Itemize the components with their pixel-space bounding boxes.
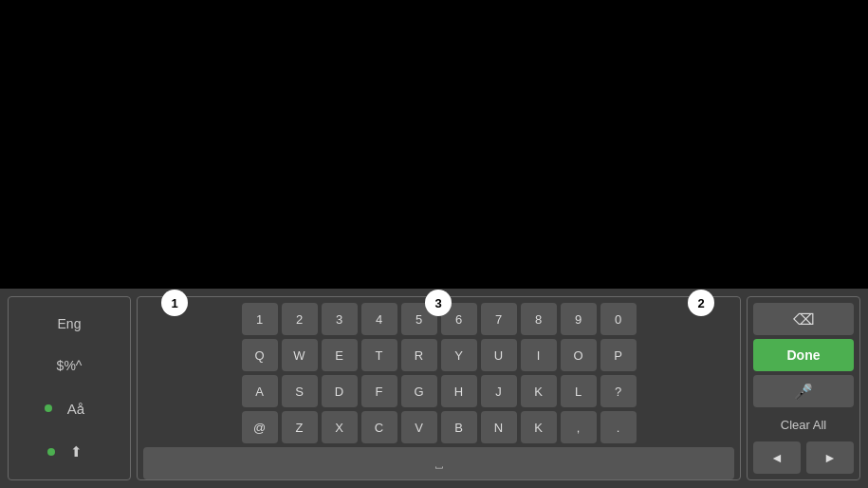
key-r[interactable]: R — [401, 339, 437, 371]
key-t[interactable]: T — [361, 339, 397, 371]
key-l[interactable]: L — [561, 375, 597, 407]
clear-all-button[interactable]: Clear All — [753, 411, 854, 438]
arrow-left-button[interactable]: ◄ — [753, 441, 801, 474]
key-period[interactable]: . — [600, 411, 637, 443]
done-button[interactable]: Done — [753, 339, 854, 371]
key-o[interactable]: O — [561, 339, 597, 371]
arrow-right-icon: ► — [823, 450, 837, 465]
key-v[interactable]: V — [401, 411, 437, 443]
key-b[interactable]: B — [441, 411, 477, 443]
key-0[interactable]: 0 — [600, 303, 637, 335]
key-n[interactable]: N — [481, 411, 517, 443]
key-a[interactable]: A — [242, 375, 278, 407]
key-4[interactable]: 4 — [361, 303, 397, 335]
arrow-right-button[interactable]: ► — [806, 441, 854, 474]
right-panel: ⌫ Done 🎤 Clear All ◄ ► — [747, 296, 860, 480]
key-row-2: Q W E T R Y U I O P — [143, 339, 734, 371]
key-k[interactable]: K — [521, 375, 557, 407]
middle-panel: 1 2 3 4 5 6 7 8 9 0 Q W E T R Y U I O P … — [137, 296, 741, 480]
key-s[interactable]: S — [282, 375, 318, 407]
left-panel: Eng $%^ Aå ⬆ — [8, 296, 131, 480]
key-1[interactable]: 1 — [242, 303, 278, 335]
key-8[interactable]: 8 — [521, 303, 557, 335]
keyboard-area: Eng $%^ Aå ⬆ 1 2 3 4 5 6 7 8 9 0 Q W E T — [0, 289, 868, 488]
key-9[interactable]: 9 — [561, 303, 597, 335]
key-question[interactable]: ? — [600, 375, 637, 407]
key-k2[interactable]: K — [521, 411, 557, 443]
key-y[interactable]: Y — [441, 339, 477, 371]
key-z[interactable]: Z — [282, 411, 318, 443]
key-j[interactable]: J — [481, 375, 517, 407]
shift-row: ⬆ — [47, 440, 92, 464]
key-row-3: A S D F G H J K L ? — [143, 375, 734, 407]
key-c[interactable]: C — [361, 411, 397, 443]
mic-button[interactable]: 🎤 — [753, 375, 854, 407]
badge-2: 2 — [688, 290, 714, 316]
symbols-button[interactable]: $%^ — [47, 354, 92, 377]
space-icon: ⎵ — [435, 457, 443, 471]
space-key[interactable]: ⎵ — [143, 447, 734, 479]
key-h[interactable]: H — [441, 375, 477, 407]
key-d[interactable]: D — [322, 375, 358, 407]
key-7[interactable]: 7 — [481, 303, 517, 335]
key-row-space: ⎵ — [143, 447, 734, 479]
green-dot-shift — [47, 448, 55, 456]
arrow-left-icon: ◄ — [770, 450, 784, 465]
key-p[interactable]: P — [600, 339, 637, 371]
aa-row: Aå — [45, 397, 94, 421]
arrow-row: ◄ ► — [753, 441, 854, 474]
key-w[interactable]: W — [282, 339, 318, 371]
backspace-button[interactable]: ⌫ — [753, 303, 854, 335]
mic-icon: 🎤 — [794, 383, 813, 401]
key-2[interactable]: 2 — [282, 303, 318, 335]
badge-1: 1 — [161, 290, 188, 316]
green-dot-aa — [45, 404, 52, 412]
key-x[interactable]: X — [322, 411, 358, 443]
key-at[interactable]: @ — [242, 411, 278, 443]
backspace-icon: ⌫ — [793, 310, 815, 328]
key-f[interactable]: F — [361, 375, 397, 407]
aa-button[interactable]: Aå — [58, 397, 94, 421]
key-g[interactable]: G — [401, 375, 437, 407]
key-q[interactable]: Q — [242, 339, 278, 371]
language-button[interactable]: Eng — [48, 312, 91, 335]
key-comma[interactable]: , — [561, 411, 597, 443]
badge-3: 3 — [425, 290, 452, 316]
shift-button[interactable]: ⬆ — [61, 440, 92, 464]
key-3[interactable]: 3 — [322, 303, 358, 335]
key-i[interactable]: I — [521, 339, 557, 371]
key-u[interactable]: U — [481, 339, 517, 371]
key-e[interactable]: E — [322, 339, 358, 371]
key-row-4: @ Z X C V B N K , . — [143, 411, 734, 443]
